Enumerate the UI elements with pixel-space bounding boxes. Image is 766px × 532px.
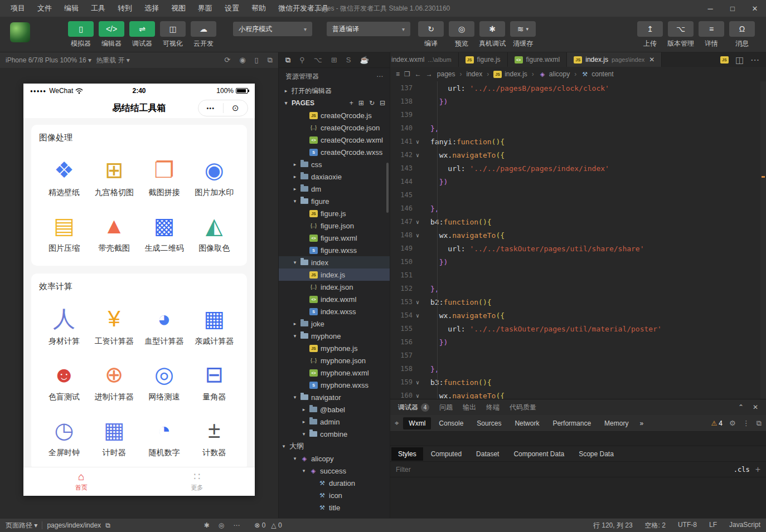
debugger-tab-问题[interactable]: 问题 bbox=[439, 403, 453, 412]
tree-item[interactable]: ▸dm bbox=[279, 183, 390, 195]
status-item[interactable]: LF bbox=[709, 521, 717, 530]
bookmark-icon[interactable]: ❒ bbox=[404, 70, 410, 78]
tree-item[interactable]: ▸@babel bbox=[279, 403, 390, 416]
chevron-down-icon[interactable]: ▾ bbox=[292, 456, 298, 461]
more-dots-icon[interactable]: ⋯ bbox=[233, 521, 240, 529]
hot-reload-toggle[interactable]: 热重载 开 ▾ bbox=[96, 56, 130, 65]
toolbar-button-visualize-layout-icon[interactable]: ◫可视化 bbox=[159, 21, 187, 48]
tree-item[interactable]: <>myphone.wxml bbox=[279, 367, 390, 379]
warning-count[interactable]: ⚠4 bbox=[711, 419, 723, 427]
code-editor[interactable]: 137 url: '../../pagesB/pages/clock/clock… bbox=[390, 81, 766, 399]
status-item[interactable]: JavaScript bbox=[729, 521, 760, 530]
devtools-tab-Sources[interactable]: Sources bbox=[471, 417, 507, 429]
styles-tab-Styles[interactable]: Styles bbox=[391, 447, 423, 461]
devtools-tab-Network[interactable]: Network bbox=[509, 417, 545, 429]
outline-list-icon[interactable]: ≡ bbox=[396, 70, 400, 78]
device-frame-icon[interactable]: ▯ bbox=[255, 56, 259, 64]
breadcrumb-item-index.js[interactable]: JSindex.js bbox=[493, 70, 527, 78]
salary-calc-tool[interactable]: ¥工资计算器 bbox=[89, 305, 139, 346]
user-avatar[interactable] bbox=[10, 22, 30, 42]
devtools-overflow-icon[interactable]: » bbox=[636, 419, 647, 427]
styles-tab-Computed[interactable]: Computed bbox=[424, 447, 468, 461]
device-select[interactable]: iPhone 6/7/8 Plus 100% 16 ▾ bbox=[6, 56, 91, 64]
close-icon[interactable]: ✕ bbox=[649, 56, 655, 64]
collapse-panel-icon[interactable]: ⌃ bbox=[738, 403, 744, 411]
tree-item[interactable]: Sindex.wxss bbox=[279, 305, 390, 318]
tree-item[interactable]: JSmyphone.js bbox=[279, 342, 390, 354]
page-path-select[interactable]: 页面路径 ▾ bbox=[6, 521, 37, 530]
toolbar-button-simulator-phone-icon[interactable]: ▯模拟器 bbox=[67, 21, 95, 48]
more-actions-icon[interactable]: ⋯ bbox=[750, 55, 759, 65]
debugger-tab-输出[interactable]: 输出 bbox=[463, 403, 476, 412]
chevron-down-icon[interactable]: ▾ bbox=[281, 443, 287, 449]
tree-item[interactable]: ▾index bbox=[279, 256, 390, 269]
new-file-icon[interactable]: + bbox=[350, 99, 353, 107]
menu-item[interactable]: 界面 bbox=[193, 2, 217, 15]
base-calc-tool[interactable]: ⊕进制计算器 bbox=[89, 361, 139, 402]
warning-count[interactable]: △ 0 bbox=[271, 521, 282, 529]
tree-item[interactable]: ⚒icon bbox=[279, 489, 390, 501]
chevron-right-icon[interactable]: ▸ bbox=[292, 186, 298, 192]
tree-item[interactable]: ▾myphone bbox=[279, 330, 390, 342]
toolbar-button-bug-icon[interactable]: ✱真机调试 bbox=[478, 21, 506, 48]
tree-item[interactable]: ▸css bbox=[279, 158, 390, 170]
styles-tab-Scope Data[interactable]: Scope Data bbox=[572, 447, 620, 461]
status-item[interactable]: 空格: 2 bbox=[645, 521, 666, 530]
maximize-icon[interactable]: □ bbox=[721, 0, 744, 17]
counter-tool[interactable]: ±计数器 bbox=[189, 417, 239, 458]
tree-item[interactable]: ▾◈alicopy bbox=[279, 452, 390, 465]
inspect-element-icon[interactable]: ⌖ bbox=[395, 419, 399, 428]
chevron-right-icon[interactable]: ▸ bbox=[301, 407, 307, 412]
exit-record-icon[interactable]: ⊙ bbox=[224, 103, 248, 113]
tree-item[interactable]: <>index.wxml bbox=[279, 293, 390, 305]
fold-chevron-icon[interactable]: ∨ bbox=[413, 393, 423, 399]
back-icon[interactable]: ← bbox=[415, 70, 421, 78]
qrcode-tool[interactable]: ▩生成二维码 bbox=[139, 212, 190, 253]
fold-chevron-icon[interactable]: ∨ bbox=[413, 313, 423, 319]
minimize-icon[interactable]: ─ bbox=[699, 0, 721, 17]
body-calc-tool[interactable]: 人身材计算 bbox=[39, 305, 89, 346]
editor-scrollbar[interactable] bbox=[760, 81, 766, 399]
color-picker-tool[interactable]: ◭图像取色 bbox=[189, 212, 239, 253]
tree-item[interactable]: {..}figure.json bbox=[279, 219, 390, 232]
tree-item[interactable]: ▾◈success bbox=[279, 465, 390, 477]
tree-item-selected[interactable]: JSindex.js bbox=[279, 269, 390, 281]
tree-item[interactable]: ▸daxiaoxie bbox=[279, 170, 390, 183]
tree-item[interactable]: {..}createQrcode.json bbox=[279, 121, 390, 134]
color-blind-tool[interactable]: ☻色盲测试 bbox=[39, 361, 89, 402]
extensions-icon[interactable]: ⊞ bbox=[331, 56, 337, 64]
fold-chevron-icon[interactable]: ∨ bbox=[413, 232, 423, 238]
explorer-scrollbar[interactable] bbox=[386, 163, 389, 213]
add-style-icon[interactable]: + bbox=[755, 465, 760, 475]
mode-select[interactable]: 小程序模式 ▾ bbox=[233, 22, 312, 36]
tree-item[interactable]: JScreateQrcode.js bbox=[279, 109, 390, 121]
toolbar-button-preview-eye-icon[interactable]: ◎预览 bbox=[448, 21, 476, 48]
search-icon[interactable]: ⚲ bbox=[299, 56, 305, 64]
editor-tab-figure.wxml[interactable]: <>figure.wxml bbox=[508, 52, 568, 67]
wallpaper-tool[interactable]: ❖精选壁纸 bbox=[39, 157, 89, 198]
toolbar-button-cloud-icon[interactable]: ☁云开发 bbox=[190, 21, 217, 48]
styles-tab-Component Data[interactable]: Component Data bbox=[507, 447, 571, 461]
vconsole-bug-icon[interactable]: ✱ bbox=[204, 521, 210, 529]
kebab-menu-icon[interactable]: ⋮ bbox=[743, 419, 750, 427]
tree-item[interactable]: {..}index.json bbox=[279, 281, 390, 293]
debugger-tab-代码质量[interactable]: 代码质量 bbox=[510, 403, 536, 412]
tree-item[interactable]: JSfigure.js bbox=[279, 207, 390, 219]
compress-image-tool[interactable]: ▤图片压缩 bbox=[39, 212, 89, 253]
tabbar-item-more[interactable]: ∷更多 bbox=[139, 467, 255, 496]
tree-item[interactable]: ▾navigator bbox=[279, 391, 390, 403]
chevron-down-icon[interactable]: ▾ bbox=[292, 198, 298, 204]
grid-crop-tool[interactable]: ⊞九宫格切图 bbox=[89, 157, 139, 198]
fold-chevron-icon[interactable]: ∨ bbox=[413, 139, 423, 145]
menu-item[interactable]: 选择 bbox=[139, 2, 164, 15]
stop-icon[interactable]: ◉ bbox=[239, 56, 245, 64]
split-editor-icon[interactable]: ◫ bbox=[735, 55, 744, 65]
tree-item[interactable]: ▸admin bbox=[279, 416, 390, 428]
relative-calc-tool[interactable]: ▦亲戚计算器 bbox=[189, 305, 239, 346]
cls-button[interactable]: .cls bbox=[734, 466, 750, 474]
menu-item[interactable]: 文件 bbox=[32, 2, 57, 15]
status-item[interactable]: 行 120, 列 23 bbox=[593, 521, 633, 530]
chevron-down-icon[interactable]: ▾ bbox=[292, 394, 298, 400]
watermark-drop-tool[interactable]: ◉图片加水印 bbox=[189, 157, 239, 198]
chevron-down-icon[interactable]: ▾ bbox=[301, 468, 307, 474]
